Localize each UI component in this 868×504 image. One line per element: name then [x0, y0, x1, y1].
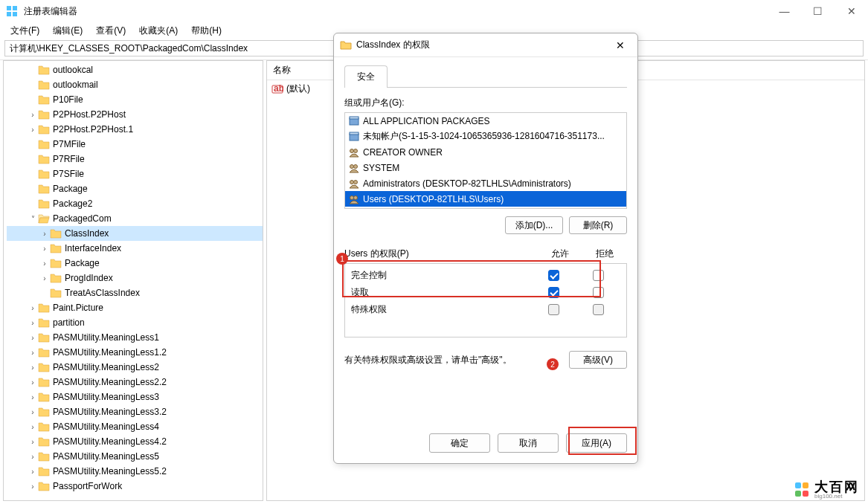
menu-favorites[interactable]: 收藏夹(A): [133, 23, 184, 39]
permission-row: 特殊权限: [345, 301, 626, 318]
tree-item-label: PASMUtility.MeaningLess1.2: [53, 347, 167, 358]
tree-item[interactable]: Package2: [7, 196, 263, 211]
user-list-item[interactable]: Administrators (DESKTOP-82TLHLS\Administ…: [345, 175, 626, 191]
tree-item-label: PASMUtility.MeaningLess4: [53, 421, 159, 432]
tree-item[interactable]: ›P2PHost.P2PHost.1: [7, 122, 263, 137]
folder-icon: [38, 481, 50, 491]
tree-item[interactable]: Package: [7, 181, 263, 196]
folder-icon: [50, 273, 62, 283]
watermark-text: 大百网: [814, 480, 859, 494]
tree-item[interactable]: ›PASMUtility.MeaningLess4.2: [7, 434, 263, 449]
folder-icon: [38, 80, 50, 90]
menu-help[interactable]: 帮助(H): [185, 23, 228, 39]
tree-item[interactable]: TreatAsClassIndex: [7, 285, 263, 300]
tree-item[interactable]: ›PASMUtility.MeaningLess2.2: [7, 375, 263, 390]
tree-item-label: Package: [65, 258, 100, 268]
expand-icon[interactable]: ›: [28, 423, 38, 431]
user-list-item[interactable]: 未知帐户(S-1-15-3-1024-1065365936-1281604716…: [345, 129, 626, 144]
add-button[interactable]: 添加(D)...: [505, 216, 563, 234]
expand-icon[interactable]: ›: [28, 319, 38, 327]
close-button[interactable]: ✕: [835, 0, 868, 22]
tree-item[interactable]: ›PASMUtility.MeaningLess3: [7, 390, 263, 404]
expand-icon[interactable]: ›: [39, 245, 50, 253]
expand-icon[interactable]: ›: [28, 304, 38, 312]
menu-edit[interactable]: 编辑(E): [47, 23, 89, 39]
expand-icon[interactable]: ›: [28, 468, 38, 476]
maximize-button[interactable]: ☐: [801, 0, 835, 22]
minimize-button[interactable]: —: [768, 0, 801, 22]
tree-item[interactable]: P7MFile: [7, 137, 263, 152]
tree-item[interactable]: P7SFile: [7, 167, 263, 181]
menu-file[interactable]: 文件(F): [4, 23, 45, 39]
tree-item[interactable]: ›PassportForWork: [7, 479, 263, 494]
remove-button[interactable]: 删除(R): [569, 216, 627, 234]
tree-item[interactable]: ›PASMUtility.MeaningLess1.2: [7, 345, 263, 360]
tree-item[interactable]: outlookmail: [7, 77, 263, 92]
expand-icon[interactable]: ›: [39, 259, 50, 268]
tree-item[interactable]: ›InterfaceIndex: [7, 241, 263, 256]
svg-text:ab: ab: [274, 83, 283, 94]
cancel-button[interactable]: 取消: [498, 433, 559, 453]
svg-rect-3: [13, 12, 17, 16]
user-list-item[interactable]: Users (DESKTOP-82TLHLS\Users): [345, 191, 626, 207]
expand-icon[interactable]: ›: [28, 364, 38, 372]
tree-item-label: ProgIdIndex: [65, 273, 113, 283]
expand-icon[interactable]: ›: [28, 408, 38, 416]
tree-item[interactable]: P7RFile: [7, 152, 263, 167]
tree-item-label: P7RFile: [53, 154, 85, 164]
tree-item-label: ClassIndex: [65, 228, 109, 239]
dialog-close-button[interactable]: ✕: [609, 39, 631, 51]
tree-item[interactable]: ›Paint.Picture: [7, 300, 263, 315]
ok-button[interactable]: 确定: [429, 433, 490, 453]
folder-icon: [38, 303, 50, 313]
collapse-icon[interactable]: ˅: [28, 215, 38, 223]
tree-item[interactable]: ›PASMUtility.MeaningLess5: [7, 449, 263, 464]
advanced-text: 有关特殊权限或高级设置，请单击"高级"。: [344, 354, 563, 366]
permission-name: 特殊权限: [351, 303, 531, 316]
expand-icon[interactable]: ›: [28, 111, 38, 119]
tree-item[interactable]: ›ProgIdIndex: [7, 271, 263, 285]
tree-item[interactable]: ›PASMUtility.MeaningLess5.2: [7, 464, 263, 479]
expand-icon[interactable]: ›: [39, 230, 50, 238]
tree-pane[interactable]: outlookcaloutlookmailP10File›P2PHost.P2P…: [3, 60, 263, 501]
tree-item[interactable]: ›PASMUtility.MeaningLess4: [7, 419, 263, 434]
tree-item[interactable]: ›partition: [7, 315, 263, 330]
expand-icon[interactable]: ›: [39, 274, 50, 282]
tree-item-label: outlookmail: [53, 80, 98, 90]
tree-item[interactable]: ›PASMUtility.MeaningLess1: [7, 330, 263, 345]
svg-rect-7: [350, 117, 359, 119]
user-list[interactable]: ALL APPLICATION PACKAGES未知帐户(S-1-15-3-10…: [344, 112, 627, 209]
tree-item[interactable]: ›ClassIndex: [7, 226, 263, 241]
expand-icon[interactable]: ›: [28, 334, 38, 342]
expand-icon[interactable]: ›: [28, 378, 38, 387]
user-list-item[interactable]: ALL APPLICATION PACKAGES: [345, 113, 626, 129]
expand-icon[interactable]: ›: [28, 393, 38, 401]
tree-item-label: P7SFile: [53, 169, 84, 179]
tree-item[interactable]: ›PASMUtility.MeaningLess2: [7, 360, 263, 375]
tree-item[interactable]: ›PASMUtility.MeaningLess3.2: [7, 404, 263, 419]
expand-icon[interactable]: ›: [28, 126, 38, 134]
tree-item[interactable]: ›Package: [7, 256, 263, 271]
menu-view[interactable]: 查看(V): [90, 23, 132, 39]
tree-item[interactable]: ˅PackagedCom: [7, 211, 263, 226]
expand-icon[interactable]: ›: [28, 482, 38, 491]
svg-point-17: [354, 196, 358, 199]
user-name: Users (DESKTOP-82TLHLS\Users): [363, 194, 504, 204]
tree-item-label: Package: [53, 184, 88, 194]
group-icon: [348, 146, 360, 158]
dialog-titlebar[interactable]: ClassIndex 的权限 ✕: [334, 33, 637, 57]
expand-icon[interactable]: ›: [28, 349, 38, 357]
tree-item[interactable]: P10File: [7, 92, 263, 107]
watermark: 大百网 big100.net: [795, 480, 859, 500]
tab-security[interactable]: 安全: [344, 65, 388, 88]
svg-point-10: [350, 149, 354, 152]
advanced-button[interactable]: 高级(V): [569, 351, 627, 369]
expand-icon[interactable]: ›: [28, 438, 38, 446]
user-list-item[interactable]: CREATOR OWNER: [345, 144, 626, 160]
tree-item[interactable]: ›P2PHost.P2PHost: [7, 107, 263, 122]
user-list-item[interactable]: SYSTEM: [345, 160, 626, 175]
tree-item[interactable]: outlookcal: [7, 62, 263, 77]
allow-checkbox: [548, 304, 559, 315]
deny-checkbox: [593, 304, 604, 315]
expand-icon[interactable]: ›: [28, 453, 38, 461]
